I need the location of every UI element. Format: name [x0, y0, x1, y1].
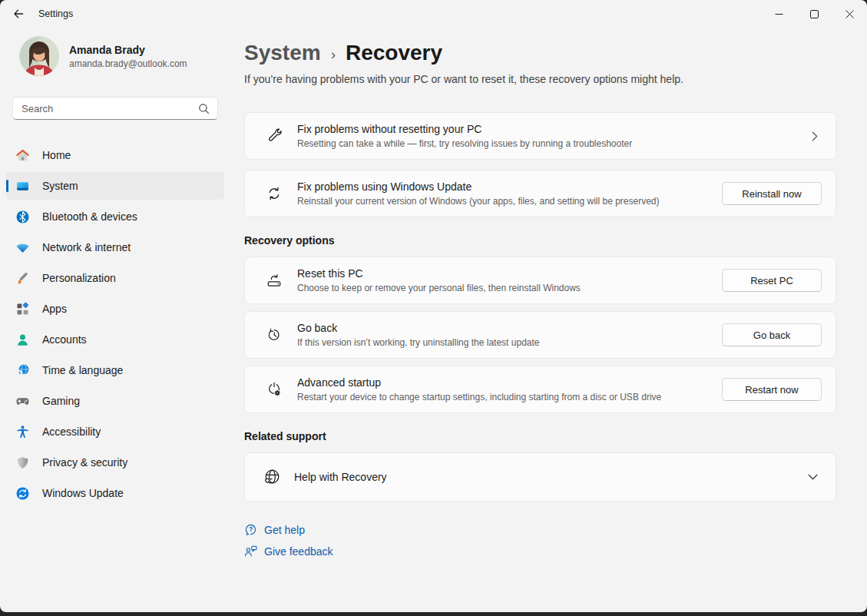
search-input[interactable]	[22, 103, 198, 114]
chevron-right-icon	[812, 131, 818, 141]
bluetooth-icon	[15, 210, 30, 224]
avatar	[19, 36, 59, 76]
sidebar-item-label: System	[42, 180, 78, 192]
page-title: Recovery	[346, 41, 442, 65]
gaming-icon	[15, 394, 30, 409]
window-controls	[761, 0, 867, 28]
card-description: Resetting can take a while — first, try …	[297, 138, 812, 149]
maximize-icon	[810, 10, 819, 18]
sidebar-item-label: Home	[42, 149, 71, 161]
sidebar-item-personalization[interactable]: Personalization	[6, 264, 224, 292]
sidebar-item-label: Accessibility	[42, 426, 101, 438]
get-help-label: Get help	[264, 524, 305, 536]
minimize-button[interactable]	[761, 0, 796, 28]
back-button[interactable]	[6, 4, 31, 24]
windows-update-icon	[15, 486, 30, 501]
sidebar-item-label: Windows Update	[42, 487, 124, 499]
restart-now-button[interactable]: Restart now	[722, 378, 822, 401]
close-icon	[845, 10, 854, 18]
reset-pc-icon	[266, 272, 283, 289]
card-help-with-recovery[interactable]: Help with Recovery	[244, 452, 836, 502]
sidebar-item-label: Network & internet	[42, 241, 131, 253]
maximize-button[interactable]	[796, 0, 832, 28]
minimize-icon	[775, 10, 783, 18]
go-back-button[interactable]: Go back	[722, 323, 822, 346]
card-fix-problems-windows-update: Fix problems using Windows Update Reinst…	[244, 170, 836, 217]
card-advanced-startup: Advanced startup Restart your device to …	[244, 366, 836, 413]
privacy-shield-icon	[15, 455, 30, 470]
sidebar-item-time-language[interactable]: Time & language	[6, 356, 224, 384]
sync-icon	[266, 185, 283, 202]
breadcrumb-chevron-icon: ›	[331, 46, 336, 63]
personalization-icon	[15, 271, 30, 286]
card-go-back: Go back If this version isn’t working, t…	[244, 311, 836, 359]
accessibility-icon	[15, 425, 30, 439]
time-language-icon	[15, 363, 30, 378]
user-profile[interactable]: Amanda Brady amanda.brady@outlook.com	[19, 36, 230, 76]
sidebar-item-home[interactable]: Home	[6, 141, 224, 169]
settings-window: Settings	[0, 0, 867, 612]
search-icon	[198, 103, 210, 114]
power-gear-icon	[266, 381, 283, 398]
history-clock-icon	[266, 326, 283, 343]
selection-indicator	[6, 180, 8, 192]
card-title: Help with Recovery	[294, 471, 808, 483]
sidebar-item-windows-update[interactable]: Windows Update	[6, 479, 224, 507]
sidebar-item-label: Apps	[42, 303, 67, 315]
accounts-icon	[15, 333, 30, 347]
globe-search-icon	[262, 467, 282, 487]
card-description: Reinstall your current version of Window…	[297, 196, 722, 207]
card-description: Choose to keep or remove your personal f…	[297, 283, 722, 293]
card-title: Fix problems without resetting your PC	[297, 123, 812, 135]
section-header-related-support: Related support	[244, 430, 836, 442]
card-description: If this version isn’t working, try unins…	[297, 337, 722, 348]
sidebar: Amanda Brady amanda.brady@outlook.com Ho…	[0, 28, 230, 612]
home-icon	[15, 148, 30, 163]
network-icon	[15, 240, 30, 255]
give-feedback-link[interactable]: Give feedback	[244, 545, 333, 558]
sidebar-item-network-internet[interactable]: Network & internet	[6, 233, 224, 261]
help-bubble-icon: ?	[244, 523, 257, 536]
card-fix-problems-troubleshooter[interactable]: Fix problems without resetting your PC R…	[244, 112, 836, 160]
sidebar-item-accessibility[interactable]: Accessibility	[6, 418, 224, 445]
apps-icon	[15, 302, 30, 316]
reinstall-now-button[interactable]: Reinstall now	[722, 182, 822, 205]
sidebar-item-label: Privacy & security	[42, 456, 127, 469]
app-title: Settings	[38, 8, 73, 19]
sidebar-item-accounts[interactable]: Accounts	[6, 326, 224, 353]
svg-text:?: ?	[249, 525, 253, 533]
give-feedback-label: Give feedback	[264, 545, 333, 558]
footer-links: ? Get help Give feedback	[244, 523, 836, 558]
breadcrumb: System › Recovery	[244, 41, 836, 65]
card-description: Restart your device to change startup se…	[297, 392, 722, 402]
section-header-recovery-options: Recovery options	[244, 234, 836, 247]
main-content: System › Recovery If you’re having probl…	[244, 28, 836, 566]
reset-pc-button[interactable]: Reset PC	[722, 269, 822, 292]
sidebar-item-label: Gaming	[42, 395, 80, 407]
sidebar-item-apps[interactable]: Apps	[6, 295, 224, 323]
system-icon	[15, 179, 30, 194]
sidebar-item-label: Personalization	[42, 272, 116, 284]
wrench-icon	[266, 128, 283, 144]
card-title: Reset this PC	[297, 267, 722, 280]
sidebar-nav: Home System Bluetooth & devices Net	[6, 141, 224, 507]
back-arrow-icon	[12, 8, 25, 20]
user-email: amanda.brady@outlook.com	[69, 58, 187, 69]
sidebar-item-gaming[interactable]: Gaming	[6, 387, 224, 415]
sidebar-item-bluetooth-devices[interactable]: Bluetooth & devices	[6, 203, 224, 230]
card-title: Advanced startup	[297, 376, 722, 389]
sidebar-item-system[interactable]: System	[6, 172, 224, 200]
sidebar-item-label: Bluetooth & devices	[42, 210, 137, 223]
user-name: Amanda Brady	[69, 44, 187, 56]
page-subtitle: If you’re having problems with your PC o…	[244, 73, 836, 85]
feedback-icon	[244, 545, 257, 558]
titlebar: Settings	[0, 0, 867, 28]
breadcrumb-system[interactable]: System	[244, 41, 321, 65]
sidebar-item-label: Accounts	[42, 333, 87, 346]
card-title: Go back	[297, 322, 722, 334]
sidebar-item-privacy-security[interactable]: Privacy & security	[6, 449, 224, 476]
card-reset-this-pc: Reset this PC Choose to keep or remove y…	[244, 257, 836, 304]
get-help-link[interactable]: ? Get help	[244, 523, 305, 536]
chevron-down-icon	[808, 474, 818, 480]
close-button[interactable]	[832, 0, 867, 28]
